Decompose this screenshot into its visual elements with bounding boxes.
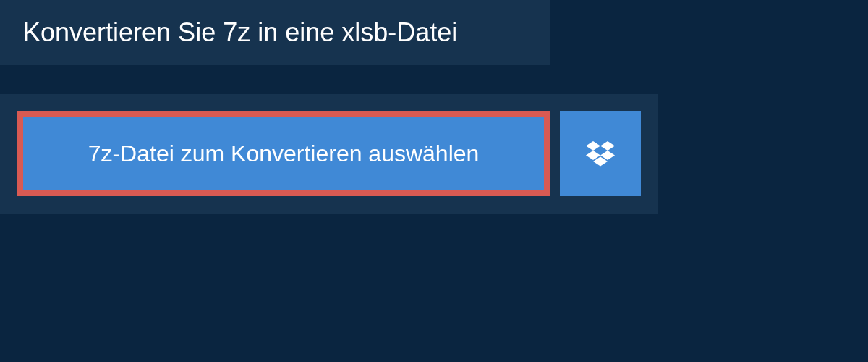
dropbox-icon [586,141,615,167]
header-bar: Konvertieren Sie 7z in eine xlsb-Datei [0,0,550,65]
file-selection-panel: 7z-Datei zum Konvertieren auswählen [0,94,658,214]
select-file-button[interactable]: 7z-Datei zum Konvertieren auswählen [17,111,550,196]
page-title: Konvertieren Sie 7z in eine xlsb-Datei [23,17,527,48]
select-file-label: 7z-Datei zum Konvertieren auswählen [88,140,480,167]
dropbox-button[interactable] [560,111,641,196]
